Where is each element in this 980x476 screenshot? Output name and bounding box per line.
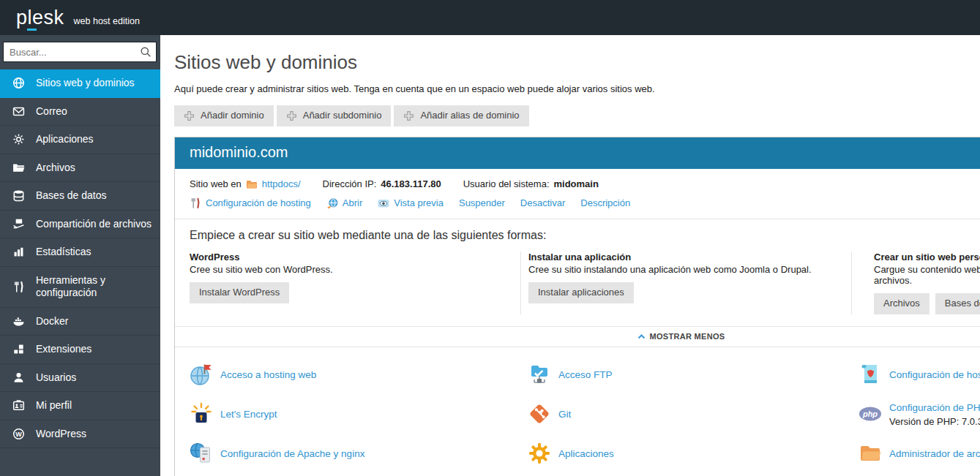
sidebar-item-label: Mi perfil bbox=[36, 399, 72, 412]
plesk-logo: plesk bbox=[16, 8, 64, 28]
sidebar-item-mi-perfil[interactable]: Mi perfil bbox=[0, 392, 160, 420]
extensions-icon bbox=[12, 343, 25, 355]
tool-link[interactable]: Acceso a hosting web bbox=[220, 369, 316, 380]
docroot-segment: Sitio web en httpdocs/ bbox=[190, 178, 301, 190]
option-buttons: Instalar aplicaciones bbox=[528, 282, 842, 303]
hosting-config-icon bbox=[859, 363, 882, 386]
domain-card-header[interactable]: midominio.com bbox=[175, 137, 980, 169]
sidebar-item-usuarios[interactable]: Usuarios bbox=[0, 364, 160, 393]
hosting-tools-icon bbox=[190, 197, 201, 209]
sidebar-item-label: Usuarios bbox=[36, 371, 76, 385]
instalar-wordpress-button[interactable]: Instalar WordPress bbox=[190, 282, 289, 303]
sidebar-item-label: Correo bbox=[36, 105, 67, 118]
option-title: WordPress bbox=[190, 252, 512, 262]
a-adir-subdominio-button[interactable]: Añadir subdominio bbox=[277, 105, 392, 126]
wordpress-icon: W bbox=[12, 428, 25, 440]
suspender-link[interactable]: Suspender bbox=[459, 197, 505, 208]
sidebar-item-archivos[interactable]: Archivos bbox=[0, 154, 160, 183]
tool-configuraci-n-dns: Configuración DNS bbox=[851, 473, 980, 476]
option-description: Cargue su contenido web mediante FTP o u… bbox=[874, 264, 980, 286]
quick-link-label: Suspender bbox=[459, 197, 505, 208]
creation-option-instalar-una-aplicaci-n: Instalar una aplicaciónCree su sitio ins… bbox=[520, 252, 851, 314]
option-buttons: ArchivosBases de datos bbox=[874, 293, 980, 314]
quick-link-label: Abrir bbox=[343, 197, 362, 208]
creation-option-crear-un-sitio-web-personalizado: Crear un sitio web personalizadoCargue s… bbox=[851, 252, 980, 314]
instalar-aplicaciones-button[interactable]: Instalar aplicaciones bbox=[528, 282, 634, 303]
gear-icon bbox=[12, 133, 25, 146]
search-icon[interactable] bbox=[140, 46, 152, 58]
sidebar-item-label: Estadísticas bbox=[36, 246, 91, 259]
a-adir-alias-de-dominio-button[interactable]: Añadir alias de dominio bbox=[394, 105, 528, 126]
sidebar-item-label: Sitios web y dominios bbox=[36, 77, 135, 90]
sidebar-item-docker[interactable]: Docker bbox=[0, 308, 160, 336]
sidebar-item-correo[interactable]: Correo bbox=[0, 98, 160, 126]
sidebar-item-sitios-web-y-dominios[interactable]: Sitios web y dominios bbox=[0, 69, 160, 98]
sidebar-item-bases-de-datos[interactable]: Bases de datos bbox=[0, 182, 160, 211]
docroot-label: Sitio web en bbox=[190, 178, 242, 189]
tool-link[interactable]: Configuración de hosting web bbox=[889, 369, 980, 380]
tool-acceso-a-hosting-web: Acceso a hosting web bbox=[190, 355, 520, 394]
quick-link-label: Configuración de hosting bbox=[206, 197, 311, 208]
sidebar-item-label: Docker bbox=[36, 315, 68, 328]
creation-option-wordpress: WordPressCree su sitio web con WordPress… bbox=[190, 252, 520, 314]
tool-subtext: Versión de PHP: 7.0.33 bbox=[889, 416, 980, 427]
quick-link-label: Descripción bbox=[580, 197, 630, 208]
sidebar-item-wordpress[interactable]: WWordPress bbox=[0, 420, 160, 449]
descripci-n-link[interactable]: Descripción bbox=[580, 197, 630, 208]
apache-nginx-icon bbox=[190, 442, 213, 465]
plus-icon bbox=[403, 110, 414, 121]
sidebar-item-label: Herramientas y configuración bbox=[36, 274, 153, 300]
tool-link[interactable]: Configuración de Apache y nginx bbox=[220, 448, 364, 459]
tool-configuraci-n-de-hosting-web: Configuración de hosting web bbox=[851, 355, 980, 394]
bases-de-datos-button[interactable]: Bases de datos bbox=[935, 293, 980, 314]
ip-value: 46.183.117.80 bbox=[381, 178, 441, 189]
tool-text: Acceso a hosting web bbox=[220, 368, 316, 381]
file-sharing-icon bbox=[12, 218, 25, 230]
search-box bbox=[3, 42, 157, 62]
tool-link[interactable]: Configuración de PHP bbox=[889, 402, 980, 413]
button-label: Añadir subdominio bbox=[303, 110, 382, 122]
app-gear-icon bbox=[528, 442, 551, 465]
svg-text:php: php bbox=[862, 409, 878, 418]
ip-label: Dirección IP: bbox=[323, 178, 377, 189]
configuraci-n-de-hosting-link[interactable]: Configuración de hosting bbox=[190, 197, 311, 209]
file-manager-folder-icon bbox=[859, 442, 882, 465]
tool-link[interactable]: Aplicaciones bbox=[558, 448, 614, 459]
domain-name: midominio.com bbox=[190, 144, 288, 160]
sidebar-item-aplicaciones[interactable]: Aplicaciones bbox=[0, 126, 160, 154]
domain-info-row: Sitio web en httpdocs/ Dirección IP: 46.… bbox=[175, 169, 980, 190]
tool-link[interactable]: Let's Encrypt bbox=[220, 409, 277, 420]
tool-text: Administrador de archivos bbox=[889, 447, 980, 460]
docroot-link[interactable]: httpdocs/ bbox=[262, 178, 301, 189]
abrir-link[interactable]: Abrir bbox=[326, 197, 362, 209]
ftp-icon bbox=[528, 363, 551, 386]
folder-icon bbox=[246, 178, 258, 190]
tool-configuraci-n-de-php: phpConfiguración de PHPVersión de PHP: 7… bbox=[851, 394, 980, 434]
search-input[interactable] bbox=[3, 42, 157, 62]
option-title: Crear un sitio web personalizado bbox=[874, 252, 980, 262]
php-icon: php bbox=[859, 402, 882, 426]
archivos-button[interactable]: Archivos bbox=[874, 293, 929, 314]
getting-started-section: Empiece a crear su sitio web mediante un… bbox=[175, 219, 980, 326]
a-adir-dominio-button[interactable]: Añadir dominio bbox=[174, 105, 274, 126]
git-icon bbox=[528, 402, 551, 426]
chevron-up-icon bbox=[637, 333, 646, 340]
domain-tools-grid: Acceso a hosting webAcceso FTPConfigurac… bbox=[175, 347, 980, 476]
sidebar-item-estad-sticas[interactable]: Estadísticas bbox=[0, 238, 160, 267]
vista-previa-link[interactable]: Vista previa bbox=[378, 197, 444, 209]
domain-quick-links: Configuración de hostingAbrirVista previ… bbox=[175, 190, 980, 219]
open-globe-icon bbox=[326, 197, 338, 209]
desactivar-link[interactable]: Desactivar bbox=[520, 197, 565, 208]
show-less-toggle[interactable]: MOSTRAR MENOS bbox=[175, 326, 980, 347]
system-user-label: Usuario del sistema: bbox=[463, 178, 550, 189]
globe-flag-icon bbox=[190, 363, 213, 386]
plus-icon bbox=[184, 110, 195, 121]
sidebar-item-extensiones[interactable]: Extensiones bbox=[0, 336, 160, 364]
tool-link[interactable]: Acceso FTP bbox=[558, 369, 613, 380]
tool-link[interactable]: Administrador de archivos bbox=[889, 448, 980, 459]
tool-link[interactable]: Git bbox=[558, 409, 571, 420]
option-description: Cree su sitio instalando una aplicación … bbox=[528, 264, 842, 275]
sidebar-item-herramientas-y-configuraci-n[interactable]: Herramientas y configuración bbox=[0, 267, 160, 308]
database-icon bbox=[12, 189, 25, 202]
sidebar-item-compartici-n-de-archivos[interactable]: Compartición de archivos bbox=[0, 211, 160, 239]
